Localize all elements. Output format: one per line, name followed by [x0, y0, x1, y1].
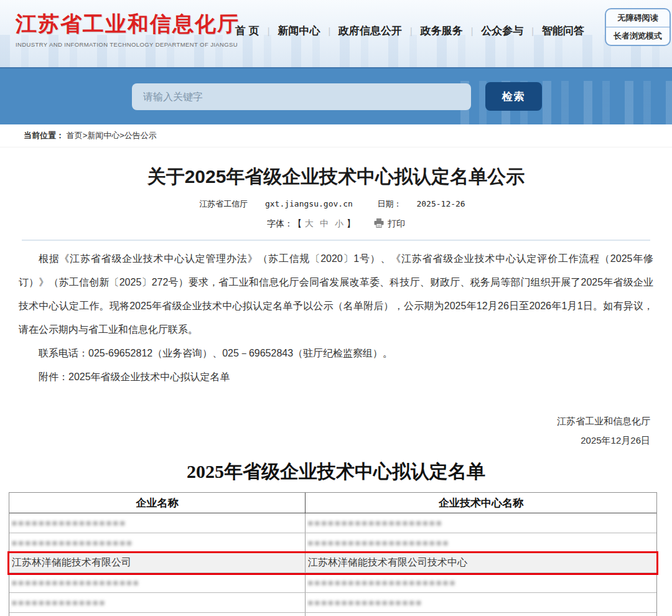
font-size-option-0[interactable]: 大 — [305, 218, 314, 228]
blurred-text: ■■■■■■■■■■■■■■■■■■■■■ — [308, 538, 450, 548]
article-paragraph: 根据《江苏省省级企业技术中心认定管理办法》（苏工信规〔2020〕1号）、《江苏省… — [19, 247, 653, 342]
logo-subtitle: INDUSTRY AND INFORMATION TECHNOLOGY DEPA… — [16, 41, 240, 48]
cell-company: ■■■■■■■■■■■■■■■■■ — [9, 513, 306, 533]
table-row-highlighted: 江苏林洋储能技术有限公司江苏林洋储能技术有限公司技术中心 — [9, 553, 656, 573]
table-row: ■■■■■■■■■■■■■■■■■■■■■■■■■■■■■■■ — [9, 593, 656, 613]
site-logo[interactable]: 江苏省工业和信息化厅 INDUSTRY AND INFORMATION TECH… — [16, 10, 240, 48]
signature-date: 2025年12月26日 — [0, 431, 650, 450]
print-label: 打印 — [388, 218, 405, 228]
blurred-text: ■■■■■■■■■■■■■■■■■■■■■■ — [308, 578, 457, 588]
cell-center: 江苏林洋储能技术有限公司技术中心 — [306, 553, 656, 572]
table-header-company: 企业名称 — [9, 493, 306, 513]
search-band: 检索 — [0, 67, 672, 124]
breadcrumb: 当前位置： 首页>新闻中心>公告公示 — [0, 124, 672, 147]
font-size-options: 大中小 — [302, 218, 347, 228]
blurred-text: ■■■■■■■■■■■■■■ — [12, 598, 106, 608]
barrier-free-button[interactable]: 无障碍阅读 — [606, 9, 670, 27]
cell-text: 江苏林洋储能技术有限公司 — [12, 556, 131, 569]
bracket-close: 】 — [347, 218, 355, 228]
nav-separator: | — [268, 26, 270, 36]
table-header-row: 企业名称 企业技术中心名称 — [9, 493, 656, 513]
attachment-table: 企业名称 企业技术中心名称 ■■■■■■■■■■■■■■■■■■■■■■■■■■… — [9, 492, 657, 616]
font-size-label: 字体： — [267, 218, 293, 228]
blurred-text: ■■■■■■■■■■■■■■■■■■■■ — [308, 518, 443, 528]
printer-icon — [374, 218, 388, 228]
cell-company: ■■■■■■■■■■■■■■ — [9, 593, 306, 612]
nav-separator: | — [328, 26, 330, 36]
article-toolbar: 字体：【大中小】 打印 — [0, 218, 672, 232]
nav-item-5[interactable]: 智能问答 — [542, 25, 584, 37]
article-site: gxt.jiangsu.gov.cn — [265, 199, 353, 208]
blurred-text: ■■■■■■■■■■■■■■■■■ — [12, 518, 127, 528]
article-body: 根据《江苏省省级企业技术中心认定管理办法》（苏工信规〔2020〕1号）、《江苏省… — [19, 247, 653, 389]
search-button[interactable]: 检索 — [485, 82, 542, 111]
nav-item-4[interactable]: 公众参与 — [481, 25, 523, 37]
article-source: 江苏省工信厅 — [199, 199, 248, 208]
article-meta: 江苏省工信厅 gxt.jiangsu.gov.cn 日期：2025-12-26 — [0, 198, 672, 211]
attachment-line: 附件：2025年省级企业技术中心拟认定名单 — [19, 365, 653, 389]
page: 江苏省工业和信息化厅 INDUSTRY AND INFORMATION TECH… — [0, 0, 672, 616]
site-header: 江苏省工业和信息化厅 INDUSTRY AND INFORMATION TECH… — [0, 0, 672, 67]
table-row — [9, 613, 656, 616]
main-nav: 首 页|新闻中心|政府信息公开|政务服务|公众参与|智能问答 — [235, 24, 584, 38]
accessibility-box: 无障碍阅读 长者浏览模式 — [605, 8, 671, 46]
nav-item-3[interactable]: 政务服务 — [421, 25, 463, 37]
logo-title: 江苏省工业和信息化厅 — [16, 10, 240, 39]
table-header-center: 企业技术中心名称 — [306, 493, 656, 513]
article-date: 日期：2025-12-26 — [370, 199, 472, 208]
page-title: 关于2025年省级企业技术中心拟认定名单公示 — [0, 164, 672, 190]
cell-text: 江苏林洋储能技术有限公司技术中心 — [308, 556, 467, 569]
cell-company: ■■■■■■■■■■■■■■■■■■■ — [9, 573, 306, 592]
breadcrumb-label: 当前位置： — [24, 131, 64, 140]
table-body: ■■■■■■■■■■■■■■■■■■■■■■■■■■■■■■■■■■■■■■■■… — [9, 513, 656, 616]
cell-company: ■■■■■■■■■■■■■■■■■■ — [9, 533, 306, 553]
bracket-open: 【 — [293, 218, 302, 228]
nav-item-2[interactable]: 政府信息公开 — [338, 25, 402, 37]
nav-separator: | — [531, 26, 534, 36]
table-title: 2025年省级企业技术中心拟认定名单 — [0, 459, 672, 485]
table-row: ■■■■■■■■■■■■■■■■■■■■■■■■■■■■■■■■■■■■■■■ — [9, 533, 656, 553]
cell-company — [9, 613, 306, 616]
font-size-option-1[interactable]: 中 — [320, 218, 329, 228]
cell-center: ■■■■■■■■■■■■■■■■■■■■■■ — [306, 573, 656, 592]
font-size-option-2[interactable]: 小 — [335, 218, 343, 228]
signature-block: 江苏省工业和信息化厅 2025年12月26日 — [0, 411, 672, 450]
cell-center — [306, 613, 656, 616]
contact-line: 联系电话：025-69652812（业务咨询）、025－69652843（驻厅纪… — [19, 342, 653, 365]
table-row: ■■■■■■■■■■■■■■■■■■■■■■■■■■■■■■■■■■■■■ — [9, 513, 656, 533]
divider-rule — [22, 240, 650, 241]
table-row: ■■■■■■■■■■■■■■■■■■■■■■■■■■■■■■■■■■■■■■■■… — [9, 573, 656, 593]
blurred-text: ■■■■■■■■■■■■■■■■■■■ — [12, 578, 140, 588]
nav-item-0[interactable]: 首 页 — [235, 25, 259, 37]
breadcrumb-path[interactable]: 首页>新闻中心>公告公示 — [67, 131, 157, 140]
cell-company: 江苏林洋储能技术有限公司 — [9, 553, 306, 572]
cell-center: ■■■■■■■■■■■■■■■■■■■■■ — [306, 533, 656, 553]
nav-item-1[interactable]: 新闻中心 — [278, 25, 320, 37]
nav-separator: | — [410, 26, 413, 36]
cell-center: ■■■■■■■■■■■■■■■■■■■■ — [306, 513, 656, 533]
elder-mode-button[interactable]: 长者浏览模式 — [606, 27, 670, 45]
signature-org: 江苏省工业和信息化厅 — [0, 411, 650, 431]
search-input[interactable] — [132, 83, 471, 110]
blurred-text: ■■■■■■■■■■■■■■■■■■ — [12, 538, 133, 548]
print-button[interactable]: 打印 — [374, 218, 405, 228]
cell-center: ■■■■■■■■■■■■■■■■■ — [306, 593, 656, 612]
blurred-text: ■■■■■■■■■■■■■■■■■ — [308, 598, 423, 608]
nav-separator: | — [471, 26, 474, 36]
